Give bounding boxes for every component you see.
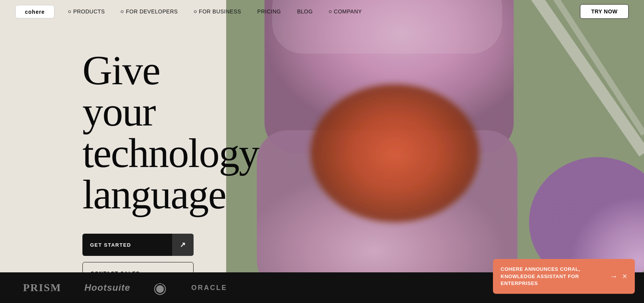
contact-sales-button[interactable]: CONTACT SALES [82, 262, 194, 284]
dot-icon [329, 10, 332, 13]
nav-items: PRODUCTS FOR DEVELOPERS FOR BUSINESS PRI… [62, 5, 580, 18]
bottom-logo-1: PRISM [23, 282, 61, 294]
toast-text: COHERE ANNOUNCES CORAL, KNOWLEDGE ASSIST… [501, 266, 605, 287]
arrow-icon: ↗ [172, 234, 194, 256]
hero-left: Give your technology language GET STARTE… [0, 0, 226, 272]
nav-item-business[interactable]: FOR BUSINESS [188, 5, 247, 18]
hero-right [226, 0, 644, 272]
svg-point-3 [310, 84, 479, 222]
dot-icon [68, 10, 71, 13]
dot-icon [121, 10, 123, 13]
nav-item-pricing[interactable]: PRICING [251, 5, 287, 18]
toast-arrow-icon[interactable]: → [610, 272, 618, 281]
get-started-button[interactable]: GET STARTED ↗ [82, 234, 194, 256]
nav-item-products[interactable]: PRODUCTS [62, 5, 111, 18]
hero-abstract-art [226, 0, 644, 272]
toast-close-button[interactable]: ✕ [622, 273, 627, 280]
nav-item-developers[interactable]: FOR DEVELOPERS [115, 5, 184, 18]
try-now-button[interactable]: TRY NOW [580, 4, 629, 19]
nav-item-blog[interactable]: BLOG [291, 5, 319, 18]
hero-section: Give your technology language GET STARTE… [0, 0, 644, 272]
nav-item-company[interactable]: COMPANY [323, 5, 368, 18]
cta-group: GET STARTED ↗ CONTACT SALES [82, 234, 226, 284]
bottom-logo-4: ORACLE [191, 284, 227, 292]
dot-icon [194, 10, 197, 13]
toast-notification: COHERE ANNOUNCES CORAL, KNOWLEDGE ASSIST… [493, 259, 635, 294]
logo[interactable]: cohere [15, 5, 54, 18]
hero-title: Give your technology language [82, 50, 226, 215]
